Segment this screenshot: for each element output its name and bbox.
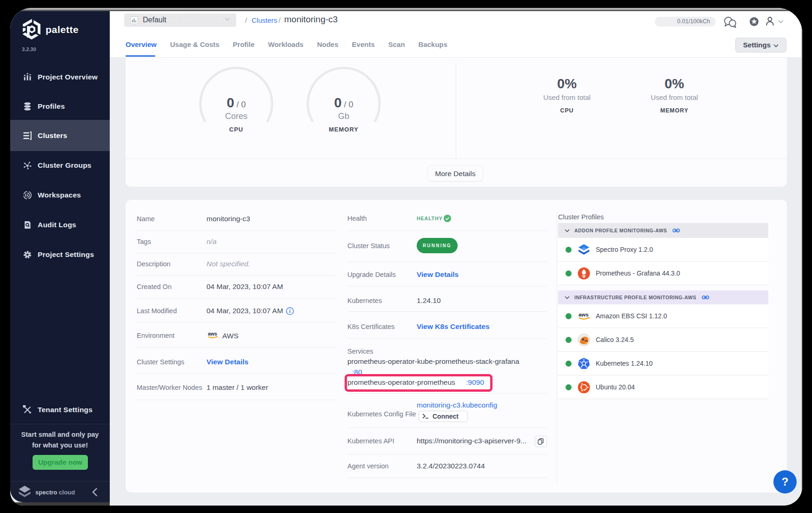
svg-text:aws: aws [208, 331, 217, 336]
svg-text:aws: aws [579, 312, 589, 317]
